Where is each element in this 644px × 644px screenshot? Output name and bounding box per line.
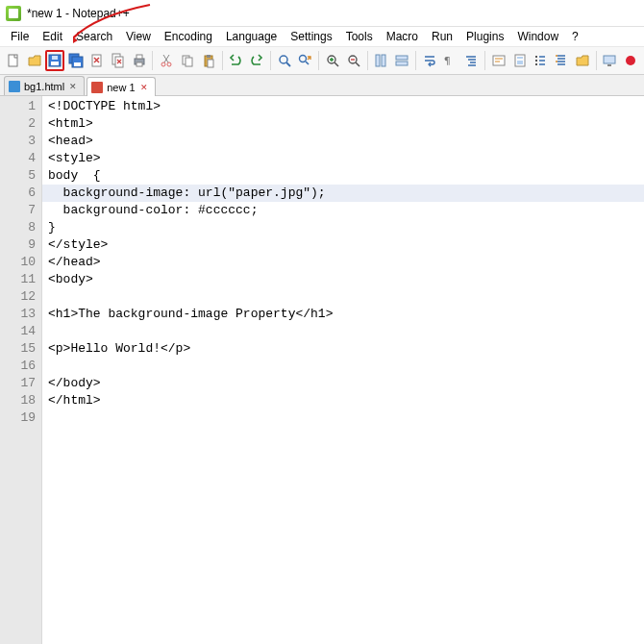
save-icon [47, 53, 62, 68]
lang-pref-button[interactable] [489, 50, 508, 71]
line-number: 18 [0, 392, 36, 409]
close-button[interactable] [87, 50, 107, 71]
doc-map-button[interactable] [510, 50, 530, 71]
menu-view[interactable]: View [119, 28, 158, 45]
save-all-icon [68, 53, 84, 68]
tab-bar: bg1.html✕new 1✕ [0, 75, 644, 96]
tab-bg1-html[interactable]: bg1.html✕ [4, 76, 85, 95]
code-line[interactable]: background-image: url("paper.jpg"); [42, 185, 644, 202]
tab-close-button[interactable]: ✕ [68, 82, 78, 91]
code-line[interactable]: <head> [48, 133, 644, 150]
code-line[interactable] [48, 323, 644, 340]
show-all-icon: ¶ [442, 53, 458, 68]
open-file-button[interactable] [25, 50, 44, 71]
cut-icon [159, 53, 174, 68]
code-line[interactable] [48, 358, 644, 375]
save-all-button[interactable] [66, 50, 86, 71]
monitor-button[interactable] [600, 50, 619, 71]
line-number: 9 [0, 236, 36, 254]
code-line[interactable]: </body> [48, 375, 644, 392]
record-button[interactable] [621, 50, 640, 71]
undo-button[interactable] [226, 50, 245, 71]
menu-file[interactable]: File [4, 28, 36, 45]
menu-q[interactable]: ? [565, 28, 585, 45]
code-line[interactable] [48, 409, 644, 427]
new-file-button[interactable] [4, 50, 23, 71]
line-number: 5 [0, 167, 36, 185]
redo-icon [249, 53, 264, 68]
code-line[interactable]: <html> [48, 115, 644, 133]
menu-plugins[interactable]: Plugins [459, 28, 510, 45]
code-line[interactable]: <style> [48, 150, 644, 167]
folder-button[interactable] [573, 50, 592, 71]
doc-list-button[interactable] [531, 50, 550, 71]
line-number: 15 [0, 340, 36, 358]
line-number: 6 [0, 185, 36, 202]
code-line[interactable]: <p>Hello World!</p> [48, 340, 644, 358]
svg-rect-35 [604, 56, 615, 63]
menu-window[interactable]: Window [510, 28, 565, 45]
svg-point-14 [167, 62, 171, 66]
toolbar-separator [222, 51, 223, 70]
save-button[interactable] [45, 50, 64, 71]
menu-search[interactable]: Search [69, 28, 119, 45]
sync-h-button[interactable] [392, 50, 411, 71]
replace-button[interactable] [295, 50, 314, 71]
menu-macro[interactable]: Macro [380, 28, 425, 45]
svg-rect-0 [9, 55, 17, 66]
menu-language[interactable]: Language [219, 28, 284, 45]
zoom-in-button[interactable] [323, 50, 342, 71]
lang-pref-icon [491, 53, 507, 68]
wordwrap-button[interactable] [420, 50, 439, 71]
svg-point-37 [626, 56, 635, 65]
zoom-out-button[interactable] [344, 50, 363, 71]
menu-bar: FileEditSearchViewEncodingLanguageSettin… [0, 27, 644, 46]
copy-button[interactable] [178, 50, 197, 71]
redo-button[interactable] [247, 50, 266, 71]
open-file-icon [27, 53, 42, 68]
close-all-button[interactable] [109, 50, 128, 71]
code-line[interactable]: </style> [48, 236, 644, 254]
menu-edit[interactable]: Edit [36, 28, 69, 45]
line-number: 11 [0, 271, 36, 288]
line-number: 12 [0, 288, 36, 306]
line-number: 1 [0, 98, 36, 115]
svg-rect-32 [517, 61, 523, 64]
menu-run[interactable]: Run [425, 28, 459, 45]
menu-settings[interactable]: Settings [284, 28, 338, 45]
code-line[interactable]: <body> [48, 271, 644, 288]
tab-new-1[interactable]: new 1✕ [87, 77, 155, 96]
find-button[interactable] [275, 50, 294, 71]
code-line[interactable]: <h1>The background-image Property</h1> [48, 306, 644, 323]
line-number: 8 [0, 219, 36, 236]
sync-v-button[interactable] [371, 50, 390, 71]
indent-guide-button[interactable] [461, 50, 481, 71]
code-line[interactable]: } [48, 219, 644, 236]
line-number: 4 [0, 150, 36, 167]
show-all-button[interactable]: ¶ [441, 50, 460, 71]
close-all-icon [111, 53, 126, 68]
line-number: 13 [0, 306, 36, 323]
code-line[interactable]: <!DOCTYPE html> [48, 98, 644, 115]
code-line[interactable]: </html> [48, 392, 644, 409]
code-line[interactable]: body { [48, 167, 644, 185]
menu-tools[interactable]: Tools [339, 28, 380, 45]
zoom-in-icon [325, 53, 340, 68]
menu-encoding[interactable]: Encoding [158, 28, 219, 45]
code-area[interactable]: <!DOCTYPE html><html><head><style>body {… [42, 96, 644, 644]
line-number: 2 [0, 115, 36, 133]
code-line[interactable]: background-color: #cccccc; [48, 202, 644, 219]
svg-rect-18 [207, 55, 211, 58]
tab-label: bg1.html [24, 81, 64, 92]
code-line[interactable] [48, 288, 644, 306]
cut-button[interactable] [157, 50, 176, 71]
print-button[interactable] [130, 50, 149, 71]
doc-list-icon [533, 53, 548, 68]
undo-icon [228, 53, 243, 68]
code-line[interactable]: </head> [48, 254, 644, 271]
func-list-button[interactable] [552, 50, 571, 71]
line-number: 19 [0, 409, 36, 427]
tab-close-button[interactable]: ✕ [139, 83, 149, 92]
paste-button[interactable] [199, 50, 218, 71]
toolbar-separator [367, 51, 368, 70]
